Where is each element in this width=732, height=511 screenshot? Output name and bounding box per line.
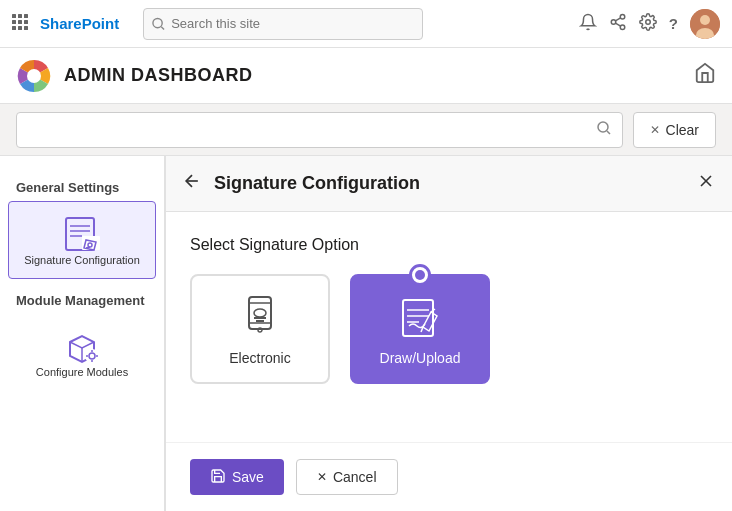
svg-point-18 — [700, 15, 710, 25]
save-label: Save — [232, 469, 264, 485]
radio-inner — [415, 270, 425, 280]
clear-label: Clear — [666, 122, 699, 138]
save-icon — [210, 468, 226, 487]
clear-button[interactable]: ✕ Clear — [633, 112, 716, 148]
cancel-button[interactable]: ✕ Cancel — [296, 459, 398, 495]
configure-modules-icon — [62, 326, 102, 366]
svg-rect-8 — [24, 26, 28, 30]
panel-close-button[interactable] — [696, 171, 716, 196]
svg-rect-3 — [12, 20, 16, 24]
svg-rect-41 — [249, 297, 271, 329]
main-area: General Settings Signature Configuration… — [0, 156, 732, 511]
svg-point-11 — [620, 14, 625, 19]
top-nav: SharePoint ? — [0, 0, 732, 48]
drawupload-icon — [395, 292, 445, 342]
sharepoint-label: SharePoint — [40, 15, 119, 32]
bell-icon[interactable] — [579, 13, 597, 35]
svg-rect-6 — [12, 26, 16, 30]
panel-body: Select Signature Option — [166, 212, 732, 442]
settings-icon[interactable] — [639, 13, 657, 35]
sidebar-item-configure-modules[interactable]: Configure Modules — [8, 314, 156, 390]
panel-footer: Save ✕ Cancel — [166, 442, 732, 511]
panel-title: Signature Configuration — [214, 173, 684, 194]
user-avatar[interactable] — [690, 9, 720, 39]
panel-header: Signature Configuration — [166, 156, 732, 212]
svg-line-23 — [607, 131, 610, 134]
main-search-input[interactable] — [27, 122, 596, 138]
top-search-input[interactable] — [171, 16, 414, 31]
svg-rect-7 — [18, 26, 22, 30]
drawupload-label: Draw/Upload — [380, 350, 461, 366]
save-button[interactable]: Save — [190, 459, 284, 495]
electronic-option[interactable]: Electronic — [190, 274, 330, 384]
svg-point-16 — [646, 19, 651, 24]
admin-title: ADMIN DASHBOARD — [64, 65, 253, 86]
selected-radio-indicator — [409, 264, 431, 286]
svg-point-9 — [153, 18, 162, 27]
svg-line-30 — [86, 247, 90, 248]
signature-config-label: Signature Configuration — [24, 254, 140, 266]
svg-line-15 — [615, 17, 620, 20]
grid-icon — [12, 14, 28, 34]
drawupload-option[interactable]: Draw/Upload — [350, 274, 490, 384]
svg-point-44 — [254, 309, 266, 317]
general-settings-title: General Settings — [0, 172, 164, 199]
svg-rect-2 — [24, 14, 28, 18]
svg-rect-1 — [18, 14, 22, 18]
cancel-icon: ✕ — [317, 470, 327, 484]
clear-x-icon: ✕ — [650, 123, 660, 137]
svg-line-10 — [161, 26, 164, 29]
electronic-label: Electronic — [229, 350, 290, 366]
signature-config-icon — [62, 214, 102, 254]
admin-header: ADMIN DASHBOARD — [0, 48, 732, 104]
admin-logo — [16, 58, 52, 94]
configure-modules-label: Configure Modules — [36, 366, 128, 378]
sidebar-item-signature-config[interactable]: Signature Configuration — [8, 201, 156, 279]
svg-rect-5 — [24, 20, 28, 24]
select-signature-label: Select Signature Option — [190, 236, 708, 254]
signature-options-row: Electronic — [190, 274, 708, 384]
svg-rect-0 — [12, 14, 16, 18]
svg-point-22 — [598, 122, 608, 132]
nav-icons: ? — [579, 9, 720, 39]
cancel-label: Cancel — [333, 469, 377, 485]
home-icon[interactable] — [694, 62, 716, 89]
help-icon[interactable]: ? — [669, 15, 678, 32]
svg-rect-4 — [18, 20, 22, 24]
svg-line-14 — [615, 23, 620, 26]
search-row: ✕ Clear — [0, 104, 732, 156]
sidebar: General Settings Signature Configuration… — [0, 156, 165, 511]
svg-point-21 — [27, 69, 41, 83]
module-management-title: Module Management — [0, 281, 164, 312]
panel-back-button[interactable] — [182, 171, 202, 196]
search-icon — [596, 120, 612, 140]
main-search-box[interactable] — [16, 112, 623, 148]
electronic-icon — [235, 292, 285, 342]
share-icon[interactable] — [609, 13, 627, 35]
svg-point-13 — [620, 25, 625, 30]
signature-config-panel: Signature Configuration Select Signature… — [165, 156, 732, 511]
svg-point-12 — [611, 19, 616, 24]
top-search-box[interactable] — [143, 8, 423, 40]
